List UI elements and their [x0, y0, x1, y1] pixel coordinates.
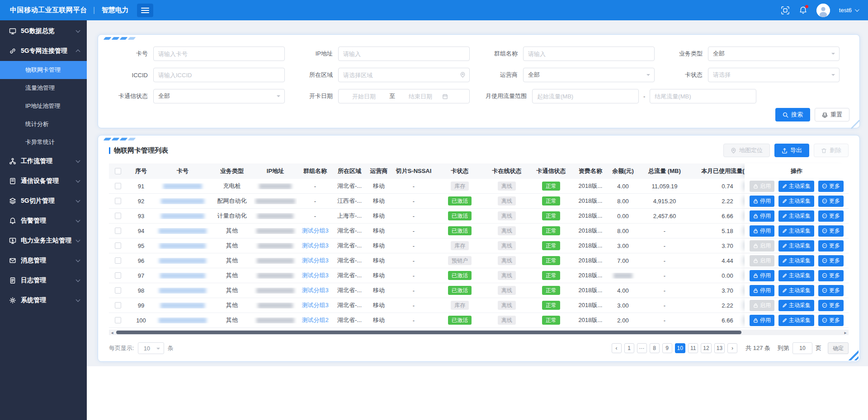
start-date-input[interactable]	[342, 93, 386, 100]
toggle-enable-button[interactable]: 启用	[750, 240, 774, 252]
active-collect-button[interactable]: 主动采集	[778, 210, 814, 222]
sidebar-item-system[interactable]: 系统管理	[0, 290, 87, 310]
group-name-cell[interactable]: 测试分组3	[297, 227, 333, 235]
group-name-input[interactable]	[523, 47, 655, 61]
more-button[interactable]: 更多	[818, 240, 844, 252]
sidebar-item-5g-network-connection[interactable]: 5G专网连接管理	[0, 41, 87, 61]
page-ellipsis-button[interactable]: ···	[637, 343, 647, 353]
row-checkbox[interactable]	[115, 257, 121, 264]
active-collect-button[interactable]: 主动采集	[778, 240, 814, 252]
menu-collapse-icon[interactable]	[137, 4, 153, 17]
row-checkbox[interactable]	[115, 213, 121, 219]
group-name-cell[interactable]: 测试分组3	[297, 257, 333, 265]
group-name-cell[interactable]: 测试分组3	[297, 286, 333, 294]
notification-bell-icon[interactable]	[799, 6, 807, 14]
sidebar-subitem-flow-pool-mgmt[interactable]: 流量池管理	[0, 79, 87, 97]
sidebar-item-log[interactable]: 日志管理	[0, 271, 87, 290]
sidebar-subitem-iot-card-mgmt[interactable]: 物联网卡管理	[0, 61, 87, 79]
more-button[interactable]: 更多	[818, 255, 844, 266]
sidebar-item-workflow[interactable]: 工作流管理	[0, 151, 87, 171]
card-no-input[interactable]	[153, 47, 285, 61]
row-checkbox[interactable]	[115, 287, 121, 294]
more-button[interactable]: 更多	[818, 225, 844, 237]
region-input[interactable]	[338, 68, 470, 82]
active-collect-button[interactable]: 主动采集	[778, 300, 814, 311]
user-avatar[interactable]	[816, 4, 830, 17]
sidebar-item-5g-data-overview[interactable]: 5G数据总览	[0, 21, 87, 41]
toggle-enable-button[interactable]: 停用	[750, 315, 774, 326]
more-button[interactable]: 更多	[818, 181, 844, 192]
search-button[interactable]: 搜索	[775, 108, 810, 121]
sidebar-item-5g-slice[interactable]: 5G切片管理	[0, 191, 87, 211]
more-button[interactable]: 更多	[818, 285, 844, 296]
sidebar-item-power-master-station[interactable]: 电力业务主站管理	[0, 231, 87, 251]
active-collect-button[interactable]: 主动采集	[778, 315, 814, 326]
fullscreen-icon[interactable]	[781, 6, 790, 15]
toggle-enable-button[interactable]: 停用	[750, 210, 774, 222]
more-button[interactable]: 更多	[818, 315, 844, 326]
page-button[interactable]: 12	[701, 343, 711, 353]
end-date-input[interactable]	[399, 93, 442, 100]
more-button[interactable]: 更多	[818, 300, 844, 311]
active-collect-button[interactable]: 主动采集	[778, 181, 814, 192]
page-button[interactable]: 1	[624, 343, 634, 353]
row-checkbox[interactable]	[115, 198, 121, 204]
card-status-select[interactable]: 请选择	[708, 68, 840, 82]
row-checkbox[interactable]	[115, 317, 121, 323]
group-name-cell[interactable]: 测试分组3	[297, 242, 333, 250]
map-locate-button[interactable]: 地图定位	[723, 144, 770, 157]
page-button[interactable]: 11	[688, 343, 698, 353]
group-name-cell[interactable]: 测试分组3	[297, 301, 333, 309]
active-collect-button[interactable]: 主动采集	[778, 225, 814, 237]
operator-select[interactable]: 全部	[523, 68, 655, 82]
active-collect-button[interactable]: 主动采集	[778, 285, 814, 296]
more-button[interactable]: 更多	[818, 270, 844, 281]
sidebar-item-alarm[interactable]: 告警管理	[0, 211, 87, 231]
flow-start-input[interactable]	[532, 89, 639, 103]
page-button[interactable]: 10	[675, 343, 685, 353]
row-checkbox[interactable]	[115, 272, 121, 279]
sidebar-subitem-card-anomaly[interactable]: 卡异常统计	[0, 133, 87, 151]
active-collect-button[interactable]: 主动采集	[778, 255, 814, 266]
select-all-checkbox[interactable]	[115, 168, 121, 174]
more-button[interactable]: 更多	[818, 210, 844, 222]
page-button[interactable]: 9	[662, 343, 672, 353]
iccid-input[interactable]	[153, 68, 285, 82]
toggle-enable-button[interactable]: 启用	[750, 300, 774, 311]
group-name-cell[interactable]: 测试分组2	[297, 316, 333, 324]
reset-button[interactable]: 重置	[815, 108, 849, 121]
toggle-enable-button[interactable]: 停用	[750, 270, 774, 281]
toggle-enable-button[interactable]: 启用	[750, 181, 774, 192]
page-button[interactable]: 8	[650, 343, 660, 353]
sidebar-item-message[interactable]: 消息管理	[0, 251, 87, 271]
toggle-enable-button[interactable]: 停用	[750, 196, 774, 207]
user-menu[interactable]: test6	[839, 7, 858, 14]
group-name-cell[interactable]: 测试分组3	[297, 271, 333, 280]
flow-end-input[interactable]	[650, 89, 756, 103]
page-size-select[interactable]: 10	[138, 342, 164, 354]
more-button[interactable]: 更多	[818, 196, 844, 207]
active-collect-button[interactable]: 主动采集	[778, 270, 814, 281]
ip-input[interactable]	[338, 47, 470, 61]
row-checkbox[interactable]	[115, 183, 121, 189]
open-date-range-picker[interactable]: 至	[338, 89, 470, 103]
row-checkbox[interactable]	[115, 228, 121, 234]
scrollbar-track[interactable]	[115, 330, 842, 335]
toggle-enable-button[interactable]: 启用	[750, 255, 774, 266]
delete-button[interactable]: 删除	[814, 144, 849, 157]
sidebar-subitem-ip-pool-mgmt[interactable]: IP地址池管理	[0, 97, 87, 115]
active-collect-button[interactable]: 主动采集	[778, 196, 814, 207]
page-button[interactable]: 13	[714, 343, 725, 353]
sidebar-item-comm-device[interactable]: 通信设备管理	[0, 171, 87, 191]
prev-page-button[interactable]: ‹	[612, 343, 622, 353]
scroll-right-arrow-icon[interactable]: ▸	[842, 330, 849, 335]
goto-confirm-button[interactable]: 确定	[828, 342, 849, 354]
row-checkbox[interactable]	[115, 302, 121, 308]
row-checkbox[interactable]	[115, 243, 121, 249]
toggle-enable-button[interactable]: 停用	[750, 285, 774, 296]
sidebar-subitem-statistics[interactable]: 统计分析	[0, 115, 87, 133]
goto-page-input[interactable]	[793, 342, 812, 354]
toggle-enable-button[interactable]: 停用	[750, 225, 774, 237]
export-button[interactable]: 导出	[774, 144, 809, 157]
scrollbar-thumb[interactable]	[116, 331, 741, 334]
